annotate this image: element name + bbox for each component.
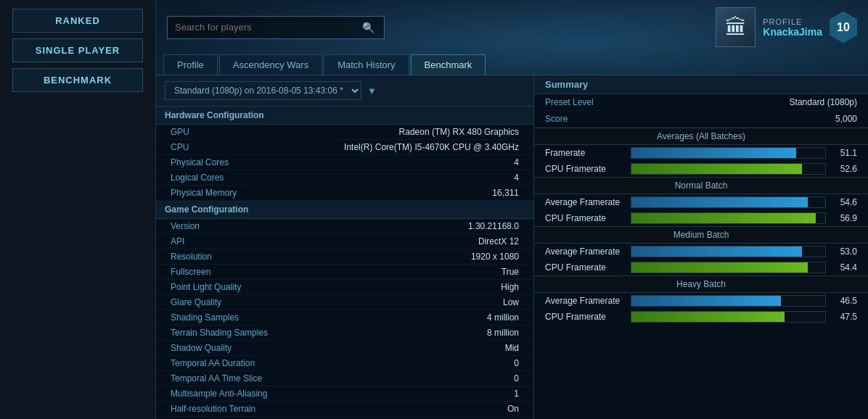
left-panel: Standard (1080p) on 2016-08-05 13:43:06 … [156,75,534,419]
score-value: 5,000 [835,114,857,124]
game-config-row: Shading Samples4 million [156,310,533,325]
hw-value: 4 [514,173,519,183]
gc-value: On [507,404,519,414]
gc-value: Low [503,297,519,307]
bar-container [631,163,826,175]
sidebar-btn-single-player[interactable]: SINGLE PLAYER [12,38,143,62]
game-config-row: FullscreenTrue [156,265,533,280]
bar-value: 51.1 [832,148,857,158]
game-config-row: Point Light QualityHigh [156,280,533,295]
hw-label: GPU [171,127,189,137]
gc-label: Temporal AA Time Slice [171,373,262,383]
gc-label: API [171,236,184,246]
bar-container [631,147,826,159]
gc-value: 8 million [487,328,519,338]
bar-row: CPU Framerate 54.4 [534,260,868,275]
bar-value: 52.6 [832,164,857,174]
bar-value: 46.5 [832,296,857,306]
summary-header: Summary [534,75,868,94]
avatar [716,7,756,47]
bar-fill [631,213,816,223]
normal-bars: Average Framerate 54.6 CPU Framerate 56.… [534,194,868,226]
hw-value: 4 [514,157,519,167]
bar-value: 53.0 [832,246,857,257]
gc-value: Mid [505,343,519,353]
gc-value: 0 [514,373,519,383]
hw-label: CPU [171,142,189,152]
search-box: 🔍 [167,16,385,39]
bar-row: Average Framerate 46.5 [534,293,868,309]
bar-fill [631,262,808,273]
score-row: Score 5,000 [534,111,868,128]
bar-label: Framerate [545,148,625,158]
gc-value: True [501,267,519,277]
search-input[interactable] [168,17,356,38]
gc-label: Resolution [171,252,212,262]
main-content: 🔍 PROFILE KnackaJima 10 Profile Ascenden… [156,0,868,419]
hw-label: Physical Memory [171,188,237,198]
hw-value: Radeon (TM) RX 480 Graphics [399,127,519,137]
hw-label: Logical Cores [171,173,224,183]
bar-fill [631,296,781,306]
bar-row: CPU Framerate 47.5 [534,309,868,325]
averages-bars: Framerate 51.1 CPU Framerate 52.6 [534,145,868,177]
bar-value: 54.6 [832,197,857,207]
preset-value: Standard (1080p) [790,97,857,107]
gc-value: High [501,282,519,292]
game-config-row: Glare QualityLow [156,295,533,310]
bar-container [631,295,826,307]
bar-fill [631,312,785,322]
tab-ascendency[interactable]: Ascendency Wars [219,54,322,75]
bar-label: Average Framerate [545,246,625,257]
game-config-row: Version1.30.21168.0 [156,219,533,234]
gc-label: Version [171,221,200,231]
search-icon[interactable]: 🔍 [356,17,380,38]
right-panel: Summary Preset Level Standard (1080p) Sc… [534,75,868,419]
game-config-rows: Version1.30.21168.0APIDirectX 12Resoluti… [156,219,533,417]
hardware-row: Physical Cores4 [156,155,533,170]
hw-value: 16,311 [492,188,519,198]
hw-label: Physical Cores [171,157,229,167]
tab-benchmark[interactable]: Benchmark [411,54,486,75]
bar-label: Average Framerate [545,296,625,306]
gc-value: 4 million [487,312,519,323]
game-config-row: APIDirectX 12 [156,234,533,249]
bar-label: CPU Framerate [545,262,625,273]
sidebar-btn-ranked[interactable]: RANKED [12,9,143,33]
game-config-row: Half-resolution TerrainOn [156,402,533,417]
dropdown-arrow-icon: ▼ [367,86,377,96]
gc-value: 1 [514,389,519,399]
bar-value: 47.5 [832,312,857,322]
bar-row: Average Framerate 54.6 [534,194,868,210]
hw-value: Intel(R) Core(TM) I5-4670K CPU @ 3.40GHz [344,142,519,152]
tab-profile[interactable]: Profile [163,54,218,75]
gc-label: Point Light Quality [171,282,241,292]
gc-label: Glare Quality [171,297,221,307]
bar-value: 56.9 [832,213,857,223]
profile-name: KnackaJima [763,26,822,38]
gc-label: Shading Samples [171,312,239,323]
bar-row: CPU Framerate 56.9 [534,210,868,226]
bar-fill [631,197,808,207]
game-config-row: Shadow QualityMid [156,341,533,356]
hardware-row: GPURadeon (TM) RX 480 Graphics [156,125,533,140]
preset-row: Preset Level Standard (1080p) [534,94,868,111]
benchmark-dropdown[interactable]: Standard (1080p) on 2016-08-05 13:43:06 … [165,81,361,100]
bar-value: 54.4 [832,262,857,273]
profile-info: PROFILE KnackaJima [763,17,822,38]
medium-bars: Average Framerate 53.0 CPU Framerate 54.… [534,244,868,275]
sidebar-btn-benchmark[interactable]: BENCHMARK [12,68,143,92]
tabs: Profile Ascendency Wars Match History Be… [156,54,868,75]
score-label: Score [545,114,568,124]
gc-label: Shadow Quality [171,343,232,353]
gc-label: Multisample Anti-Aliasing [171,389,267,399]
bar-row: Framerate 51.1 [534,145,868,161]
bar-label: CPU Framerate [545,213,625,223]
game-config-row: Temporal AA Duration0 [156,356,533,371]
profile-label: PROFILE [763,17,822,26]
hardware-row: Physical Memory16,311 [156,186,533,201]
tab-match-history[interactable]: Match History [324,54,409,75]
bar-fill [631,148,796,158]
heavy-bars: Average Framerate 46.5 CPU Framerate 47.… [534,293,868,325]
badge-level: 10 [837,21,850,34]
